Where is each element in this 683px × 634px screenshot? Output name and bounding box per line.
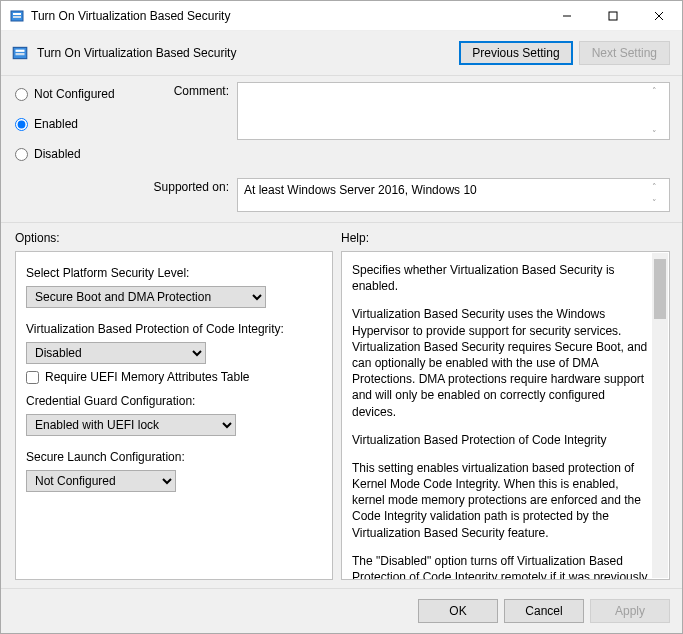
help-scrollbar-thumb[interactable] bbox=[654, 259, 666, 319]
main-columns: Select Platform Security Level: Secure B… bbox=[1, 251, 682, 588]
radio-disabled-label: Disabled bbox=[34, 147, 81, 161]
supported-on-field: At least Windows Server 2016, Windows 10 bbox=[237, 178, 670, 212]
maximize-button[interactable] bbox=[590, 1, 636, 31]
cred-guard-dropdown[interactable]: Enabled with UEFI lock bbox=[26, 414, 236, 436]
radio-disabled-input[interactable] bbox=[15, 148, 28, 161]
supported-on-text: At least Windows Server 2016, Windows 10 bbox=[244, 183, 477, 197]
vbpci-label: Virtualization Based Protection of Code … bbox=[26, 322, 322, 336]
help-p3: Virtualization Based Protection of Code … bbox=[352, 432, 649, 448]
window-title: Turn On Virtualization Based Security bbox=[31, 9, 544, 23]
policy-header: Turn On Virtualization Based Security Pr… bbox=[1, 31, 682, 76]
svg-rect-1 bbox=[13, 13, 21, 15]
section-labels: Options: Help: bbox=[1, 223, 682, 251]
options-panel: Select Platform Security Level: Secure B… bbox=[15, 251, 333, 580]
help-label: Help: bbox=[341, 231, 670, 245]
apply-button: Apply bbox=[590, 599, 670, 623]
vbpci-dropdown[interactable]: Disabled bbox=[26, 342, 206, 364]
uefi-mat-checkbox-row[interactable]: Require UEFI Memory Attributes Table bbox=[26, 370, 322, 384]
svg-rect-8 bbox=[16, 50, 25, 52]
radio-not-configured-input[interactable] bbox=[15, 88, 28, 101]
comment-label: Comment: bbox=[155, 82, 237, 174]
supported-on-label: Supported on: bbox=[15, 178, 237, 212]
uefi-mat-checkbox[interactable] bbox=[26, 371, 39, 384]
previous-setting-button[interactable]: Previous Setting bbox=[459, 41, 572, 65]
comment-scroll-indicator: ˄˅ bbox=[652, 82, 666, 143]
platform-level-dropdown[interactable]: Secure Boot and DMA Protection bbox=[26, 286, 266, 308]
next-setting-button: Next Setting bbox=[579, 41, 670, 65]
close-button[interactable] bbox=[636, 1, 682, 31]
titlebar: Turn On Virtualization Based Security bbox=[1, 1, 682, 31]
help-p1: Specifies whether Virtualization Based S… bbox=[352, 262, 649, 294]
minimize-button[interactable] bbox=[544, 1, 590, 31]
cred-guard-label: Credential Guard Configuration: bbox=[26, 394, 322, 408]
radio-enabled[interactable]: Enabled bbox=[15, 114, 155, 134]
app-icon bbox=[9, 8, 25, 24]
comment-field[interactable] bbox=[237, 82, 670, 140]
svg-rect-2 bbox=[13, 16, 21, 18]
svg-rect-9 bbox=[16, 53, 25, 55]
help-p2: Virtualization Based Security uses the W… bbox=[352, 306, 649, 419]
options-label: Options: bbox=[15, 231, 341, 245]
help-p5: The "Disabled" option turns off Virtuali… bbox=[352, 553, 649, 580]
policy-icon bbox=[11, 44, 29, 62]
ok-button[interactable]: OK bbox=[418, 599, 498, 623]
supported-scroll-indicator: ˄˅ bbox=[652, 178, 666, 212]
svg-rect-4 bbox=[609, 12, 617, 20]
help-scrollbar[interactable] bbox=[652, 253, 668, 578]
help-p4: This setting enables virtualization base… bbox=[352, 460, 649, 541]
radio-not-configured-label: Not Configured bbox=[34, 87, 115, 101]
dialog-window: Turn On Virtualization Based Security Tu… bbox=[0, 0, 683, 634]
secure-launch-dropdown[interactable]: Not Configured bbox=[26, 470, 176, 492]
state-row: Not Configured Enabled Disabled Comment:… bbox=[1, 76, 682, 174]
uefi-mat-label: Require UEFI Memory Attributes Table bbox=[45, 370, 250, 384]
platform-level-label: Select Platform Security Level: bbox=[26, 266, 322, 280]
cancel-button[interactable]: Cancel bbox=[504, 599, 584, 623]
dialog-buttons: OK Cancel Apply bbox=[1, 588, 682, 633]
supported-row: Supported on: At least Windows Server 20… bbox=[1, 174, 682, 223]
help-panel: Specifies whether Virtualization Based S… bbox=[341, 251, 670, 580]
policy-title: Turn On Virtualization Based Security bbox=[37, 46, 453, 60]
radio-enabled-input[interactable] bbox=[15, 118, 28, 131]
radio-not-configured[interactable]: Not Configured bbox=[15, 84, 155, 104]
state-radios: Not Configured Enabled Disabled bbox=[15, 82, 155, 174]
secure-launch-label: Secure Launch Configuration: bbox=[26, 450, 322, 464]
radio-disabled[interactable]: Disabled bbox=[15, 144, 155, 164]
radio-enabled-label: Enabled bbox=[34, 117, 78, 131]
